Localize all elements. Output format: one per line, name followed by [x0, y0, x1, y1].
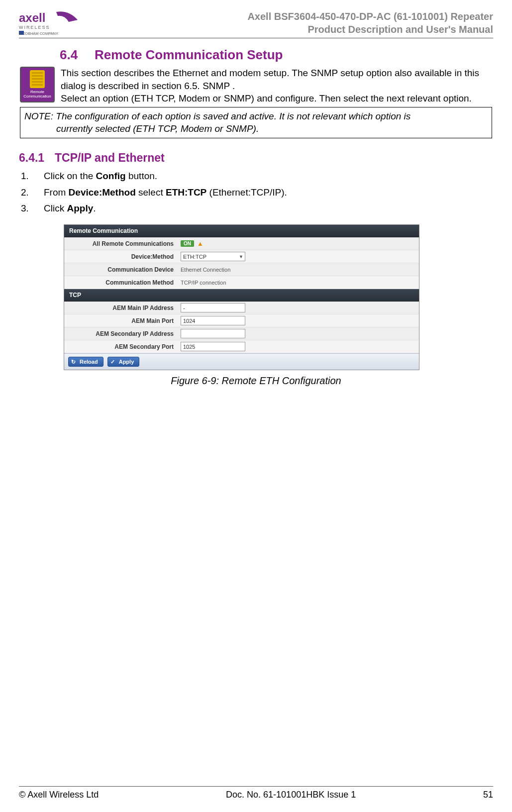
- subsection-number: 6.4.1: [19, 151, 55, 165]
- label-sec-ip: AEM Secondary IP Address: [64, 330, 179, 337]
- on-toggle[interactable]: ON: [181, 240, 194, 247]
- icon-caption: Remote Communication: [21, 90, 54, 99]
- section-heading: 6.4Remote Communication Setup: [60, 47, 493, 63]
- svg-text:A COBHAM COMPANY: A COBHAM COMPANY: [19, 31, 58, 36]
- panel-body-remote: All Remote Communications ON ▲ Device:Me…: [64, 237, 419, 289]
- label-main-ip: AEM Main IP Address: [64, 304, 179, 311]
- header-line-2: Product Description and User's Manual: [247, 23, 493, 36]
- footer-left: © Axell Wireless Ltd: [19, 790, 99, 800]
- logo: axell WIRELESS A COBHAM COMPANY: [19, 11, 99, 36]
- page-footer: © Axell Wireless Ltd Doc. No. 61-101001H…: [19, 786, 493, 800]
- reload-button[interactable]: Reload: [68, 357, 103, 367]
- subsection-title: TCP/IP and Ethernet: [55, 151, 165, 164]
- input-sec-ip[interactable]: [181, 329, 245, 338]
- input-main-ip[interactable]: -: [181, 303, 245, 312]
- note-line-1: The configuration of each option is save…: [56, 111, 410, 121]
- intro-paragraph: This section describes the Ethernet and …: [61, 67, 492, 105]
- header-title: Axell BSF3604-450-470-DP-AC (61-101001) …: [247, 10, 493, 36]
- note-line-2: currently selected (ETH TCP, Modem or SN…: [24, 123, 488, 135]
- label-comm-method: Communication Method: [64, 279, 179, 286]
- footer-right: 51: [483, 790, 493, 800]
- input-main-port[interactable]: 1024: [181, 316, 245, 325]
- footer-center: Doc. No. 61-101001HBK Issue 1: [226, 790, 356, 800]
- svg-text:WIRELESS: WIRELESS: [19, 25, 50, 30]
- row-all-remote: All Remote Communications ON ▲: [64, 237, 419, 250]
- subsection-heading: 6.4.1TCP/IP and Ethernet: [19, 151, 493, 165]
- row-comm-device: Communication Device Ethernet Connection: [64, 263, 419, 276]
- axell-logo-icon: axell WIRELESS A COBHAM COMPANY: [19, 11, 99, 36]
- label-device-method: Device:Method: [64, 253, 179, 260]
- label-sec-port: AEM Secondary Port: [64, 343, 179, 350]
- label-all-remote: All Remote Communications: [64, 240, 179, 247]
- panel-header-tcp: TCP: [64, 289, 419, 302]
- check-icon: [110, 359, 115, 365]
- section-number: 6.4: [60, 47, 95, 63]
- row-device-method: Device:Method ETH:TCP: [64, 250, 419, 263]
- step-2: From Device:Method select ETH:TCP (Ether…: [21, 186, 493, 200]
- apply-button[interactable]: Apply: [107, 357, 140, 367]
- input-sec-port[interactable]: 1025: [181, 342, 245, 351]
- note-box: NOTE: The configuration of each option i…: [20, 107, 492, 138]
- device-method-select[interactable]: ETH:TCP: [181, 252, 245, 261]
- label-comm-device: Communication Device: [64, 266, 179, 273]
- value-comm-method: TCP/IP connection: [181, 280, 226, 286]
- remote-communication-icon: Remote Communication: [20, 67, 55, 102]
- panel-header-remote: Remote Communication: [64, 225, 419, 237]
- step-3: Click Apply.: [21, 202, 493, 215]
- sim-card-icon: [30, 70, 45, 88]
- config-screenshot: Remote Communication All Remote Communic…: [64, 224, 419, 370]
- row-sec-ip: AEM Secondary IP Address: [64, 327, 419, 340]
- row-sec-port: AEM Secondary Port 1025: [64, 340, 419, 353]
- note-prefix: NOTE:: [24, 111, 56, 121]
- row-comm-method: Communication Method TCP/IP connection: [64, 276, 419, 289]
- row-main-port: AEM Main Port 1024: [64, 314, 419, 327]
- intro-row: Remote Communication This section descri…: [19, 67, 493, 105]
- figure-caption: Figure 6-9: Remote ETH Configuration: [19, 375, 493, 387]
- value-comm-device: Ethernet Connection: [181, 267, 230, 273]
- label-main-port: AEM Main Port: [64, 317, 179, 324]
- panel-body-tcp: AEM Main IP Address - AEM Main Port 1024…: [64, 302, 419, 353]
- reload-icon: [71, 359, 76, 365]
- section-title-text: Remote Communication Setup: [95, 47, 283, 62]
- header-line-1: Axell BSF3604-450-470-DP-AC (61-101001) …: [247, 10, 493, 23]
- svg-text:axell: axell: [19, 11, 45, 24]
- page-header: axell WIRELESS A COBHAM COMPANY Axell BS…: [19, 10, 493, 38]
- steps-list: Click on the Config button. From Device:…: [21, 170, 493, 215]
- step-1: Click on the Config button.: [21, 170, 493, 183]
- panel-footer: Reload Apply: [64, 353, 419, 370]
- row-main-ip: AEM Main IP Address -: [64, 302, 419, 314]
- warning-icon: ▲: [197, 240, 204, 247]
